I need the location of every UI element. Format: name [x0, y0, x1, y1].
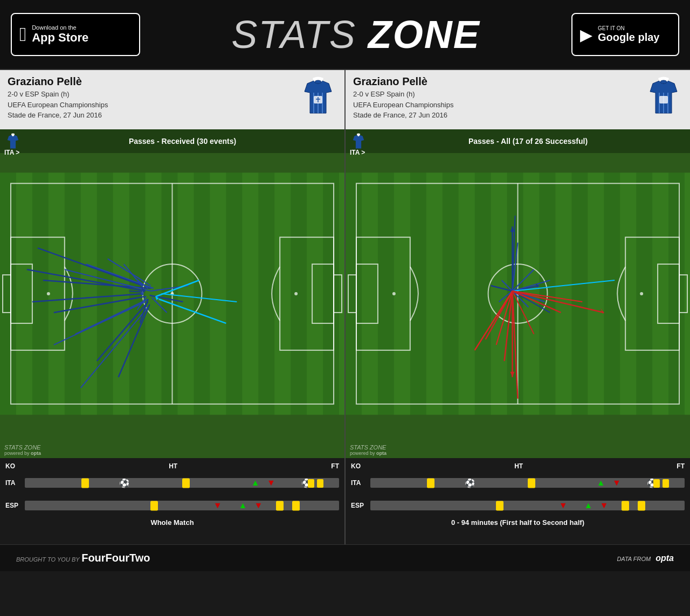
right-ita-ycard-1	[427, 478, 434, 488]
main-content: Graziano Pellè 2-0 v ESP Spain (h) UEFA …	[0, 70, 690, 544]
right-chart-title-bar: Passes - All (17 of 26 Successful)	[346, 129, 690, 153]
left-chart-title-bar: Passes - Received (30 events)	[0, 129, 344, 153]
svg-point-18	[294, 292, 298, 295]
right-watermark-sz: STATS ZONE	[350, 444, 387, 451]
left-venue: Stade de France, 27 Jun 2016	[8, 110, 108, 121]
brought-by-label: BROUGHT TO YOU BY	[16, 556, 80, 563]
right-jersey	[645, 75, 682, 119]
ht-label: HT	[169, 462, 177, 470]
get-it-label: GET IT ON	[598, 25, 659, 31]
data-from-label: DATA FROM	[617, 556, 651, 562]
right-esp-team-label: ESP	[351, 502, 370, 509]
watermark-sz: STATS ZONE	[4, 444, 41, 451]
right-timeline: KO HT FT ITA ⚽ ▲ ▼ ⚽	[346, 458, 690, 544]
left-timeline: KO HT FT ITA ⚽	[0, 458, 344, 544]
left-esp-team-label: ESP	[5, 502, 25, 509]
right-watermark: STATS ZONE powered by opta	[350, 444, 387, 456]
right-panel-header: Graziano Pellè 2-0 v ESP Spain (h) UEFA …	[346, 70, 690, 129]
left-panel-header: Graziano Pellè 2-0 v ESP Spain (h) UEFA …	[0, 70, 344, 129]
ita-ycard-2	[182, 478, 190, 488]
svg-point-14	[47, 292, 50, 295]
stats-text: STATS	[231, 13, 368, 56]
right-ita-ycard-4	[663, 478, 669, 488]
play-icon: ▶	[580, 25, 592, 44]
app-store-name: App Store	[32, 31, 88, 45]
left-pitch: Passes - Received (30 events) ITA > STAT…	[0, 129, 344, 458]
esp-ycard-2	[276, 501, 284, 511]
left-jersey	[299, 75, 337, 119]
right-ita-ycard-2	[528, 478, 535, 488]
left-esp-bar: ▼ ▲ ▼	[25, 501, 339, 510]
apple-icon: 	[19, 23, 26, 46]
left-ita-label: ITA >	[4, 149, 19, 156]
right-ita-bar: ⚽ ▲ ▼ ⚽	[370, 478, 685, 488]
right-ft-label: FT	[677, 462, 685, 470]
right-competition: UEFA European Championships	[353, 100, 453, 110]
right-venue: Stade de France, 27 Jun 2016	[353, 110, 453, 121]
right-ita-team-label: ITA	[351, 479, 370, 487]
app-store-text: Download on the App Store	[32, 24, 88, 45]
left-panel: Graziano Pellè 2-0 v ESP Spain (h) UEFA …	[0, 70, 346, 544]
right-player-name: Graziano Pellè	[353, 75, 453, 88]
left-competition: UEFA European Championships	[8, 100, 108, 110]
right-ht-label: HT	[514, 462, 523, 470]
opta-logo: opta	[656, 553, 674, 563]
right-ita-sub-up-1: ▲	[597, 478, 605, 488]
footer: BROUGHT TO YOU BY FourFourTwo DATA FROM …	[0, 544, 690, 571]
right-watermark-opta: powered by opta	[350, 451, 387, 456]
footer-left: BROUGHT TO YOU BY FourFourTwo	[16, 552, 150, 564]
ita-ball-1: ⚽	[119, 478, 130, 488]
left-timeline-labels: KO HT FT	[5, 462, 339, 470]
google-play-badge[interactable]: ▶ GET IT ON Google play	[571, 13, 679, 56]
svg-point-50	[660, 80, 667, 84]
right-ita-label: ITA >	[350, 149, 365, 156]
ko-label: KO	[5, 462, 15, 470]
right-ita-ycard-3	[653, 478, 660, 488]
left-watermark: STATS ZONE powered by opta	[4, 444, 41, 456]
right-esp-sub-up-1: ▲	[584, 501, 592, 510]
right-esp-ycard-2	[622, 501, 629, 511]
zone-text: ZONE	[368, 13, 480, 56]
left-match-info: 2-0 v ESP Spain (h)	[8, 89, 108, 100]
stats-zone-logo: STATS ZONE	[140, 12, 571, 57]
right-ita-ball-1: ⚽	[465, 478, 475, 488]
download-on-label: Download on the	[32, 24, 88, 31]
footer-right: DATA FROM opta	[617, 553, 674, 563]
right-ita-row: ITA ⚽ ▲ ▼ ⚽	[351, 472, 685, 494]
left-player-name: Graziano Pellè	[8, 75, 108, 88]
ft-label: FT	[331, 462, 339, 470]
esp-ycard-3	[292, 501, 300, 511]
google-play-text: GET IT ON Google play	[598, 25, 659, 44]
right-timeline-labels: KO HT FT	[351, 462, 685, 470]
right-esp-ycard-1	[496, 501, 503, 511]
left-timeline-caption: Whole Match	[5, 518, 339, 527]
ita-ycard-3	[308, 478, 314, 488]
ita-sub-down-1: ▼	[267, 478, 275, 488]
ita-sub-up-1: ▲	[251, 478, 260, 488]
right-timeline-caption: 0 - 94 minutes (First half to Second hal…	[351, 518, 685, 527]
esp-sub-down-1: ▼	[213, 501, 222, 510]
right-chart-title: Passes - All (17 of 26 Successful)	[371, 137, 685, 146]
google-play-name: Google play	[598, 31, 659, 44]
right-ko-label: KO	[351, 462, 361, 470]
right-esp-ycard-3	[638, 501, 645, 511]
esp-ycard-1	[150, 501, 158, 511]
watermark-opta: powered by opta	[4, 451, 41, 456]
svg-point-3	[315, 80, 321, 84]
right-panel: Graziano Pellè 2-0 v ESP Spain (h) UEFA …	[346, 70, 690, 544]
esp-sub-up-1: ▲	[238, 501, 247, 510]
ita-ycard-1	[81, 478, 89, 488]
svg-point-61	[392, 292, 396, 295]
right-panel-info: Graziano Pellè 2-0 v ESP Spain (h) UEFA …	[353, 75, 453, 121]
right-match-info: 2-0 v ESP Spain (h)	[353, 89, 453, 100]
svg-point-65	[640, 292, 643, 295]
app-store-badge[interactable]:  Download on the App Store	[11, 13, 140, 56]
fourfour-brand: FourFourTwo	[81, 552, 150, 564]
right-esp-bar: ▼ ▲ ▼	[370, 501, 685, 510]
left-ita-row: ITA ⚽ ▲ ▼ ⚽	[5, 472, 339, 494]
right-pitch: Passes - All (17 of 26 Successful) ITA >…	[346, 129, 690, 458]
left-panel-info: Graziano Pellè 2-0 v ESP Spain (h) UEFA …	[8, 75, 108, 121]
right-esp-row: ESP ▼ ▲ ▼	[351, 495, 685, 516]
right-esp-sub-down-1: ▼	[559, 501, 568, 510]
header:  Download on the App Store STATS ZONE ▶…	[0, 0, 690, 70]
